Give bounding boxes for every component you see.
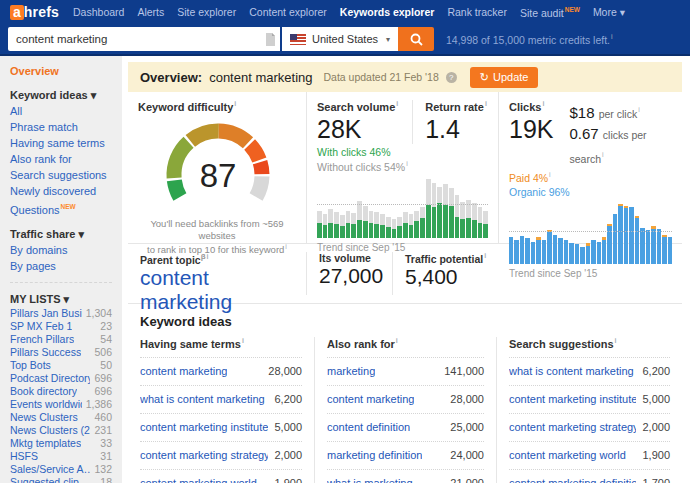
- sidebar-list-item[interactable]: Suggested clip18: [10, 476, 112, 483]
- sidebar-list-item[interactable]: News Clusters (2)231: [10, 424, 112, 437]
- sidebar-item-by-domains[interactable]: By domains: [10, 242, 112, 258]
- help-icon[interactable]: ?: [446, 72, 457, 83]
- search-button[interactable]: [398, 27, 434, 51]
- overview-title: Overview:: [140, 70, 202, 85]
- keyword-link[interactable]: content marketing: [327, 393, 414, 405]
- sidebar-list-item[interactable]: French Pillars54: [10, 333, 112, 346]
- nav-item-alerts[interactable]: Alerts: [137, 6, 164, 19]
- keyword-link[interactable]: content marketing world: [509, 449, 626, 461]
- keyword-volume: 6,200: [642, 365, 670, 377]
- keyword-search-input[interactable]: [8, 27, 280, 51]
- list-name: Pillars Jan Busi…: [10, 307, 82, 320]
- sidebar-section-header[interactable]: Keyword ideas ▾: [10, 87, 112, 103]
- ideas-column-header: Search suggestionsi: [509, 337, 670, 357]
- country-select[interactable]: United States ▾: [282, 27, 398, 51]
- chart-bar: [564, 240, 568, 264]
- keyword-link[interactable]: content marketing strategy: [509, 421, 636, 433]
- list-paste-icon[interactable]: [265, 32, 275, 50]
- update-button[interactable]: ↻ Update: [470, 67, 539, 88]
- chart-bar: [392, 219, 397, 238]
- chart-bar: [618, 204, 622, 264]
- keyword-link[interactable]: content marketing institute: [140, 421, 268, 433]
- info-icon: i: [396, 100, 398, 107]
- sidebar-list-item[interactable]: Mktg templates33: [10, 437, 112, 450]
- sidebar-item-phrase-match[interactable]: Phrase match: [10, 119, 112, 135]
- sidebar-item-questions[interactable]: QuestionsNEW: [10, 199, 112, 218]
- sidebar-list-item[interactable]: HSFS31: [10, 450, 112, 463]
- sidebar-item-search-suggestions[interactable]: Search suggestions: [10, 167, 112, 183]
- chart-bar-with-clicks: [357, 220, 362, 238]
- keyword-volume: 5,000: [274, 421, 302, 433]
- nav-item-keywords-explorer[interactable]: Keywords explorer: [340, 6, 435, 19]
- keyword-link[interactable]: what is marketing: [327, 477, 413, 483]
- sidebar-list-item[interactable]: News Clusters460: [10, 411, 112, 424]
- keyword-volume: 28,000: [450, 393, 484, 405]
- sidebar-list-item[interactable]: Sales/Service A…132: [10, 463, 112, 476]
- table-row: what is content marketing6,200: [140, 385, 302, 413]
- chart-bar: [466, 200, 471, 238]
- overview-band: Overview: content marketing Data updated…: [128, 62, 682, 92]
- nav-item-more-[interactable]: More ▾: [593, 6, 625, 19]
- nav-item-content-explorer[interactable]: Content explorer: [249, 6, 327, 19]
- nav-item-site-audit[interactable]: Site auditNEW: [520, 6, 580, 19]
- keyword-link[interactable]: content marketing definition: [509, 477, 636, 483]
- list-name: Book directory: [10, 385, 77, 398]
- keyword-link[interactable]: marketing: [327, 365, 375, 377]
- nav-item-dashboard[interactable]: Dashboard: [73, 6, 124, 19]
- sidebar-item-also-rank-for[interactable]: Also rank for: [10, 151, 112, 167]
- sidebar-list-item[interactable]: Podcast Directory696: [10, 372, 112, 385]
- chart-threshold-line: [509, 231, 672, 232]
- chart-bar: [509, 237, 513, 263]
- keyword-link[interactable]: marketing definition: [327, 449, 422, 461]
- info-icon: i: [485, 100, 487, 107]
- sidebar-item-overview[interactable]: Overview: [10, 64, 112, 79]
- sidebar-list-item[interactable]: Top Bots50: [10, 359, 112, 372]
- chevron-down-icon: ▾: [386, 35, 390, 44]
- sidebar-divider: [10, 282, 112, 283]
- keyword-link[interactable]: what is content marketing: [140, 393, 265, 405]
- sidebar-item-by-pages[interactable]: By pages: [10, 258, 112, 274]
- chart-bar-with-clicks: [426, 205, 431, 239]
- keyword-volume: 1,700: [642, 477, 670, 483]
- table-row: content marketing definition1,700: [509, 469, 670, 483]
- difficulty-gauge: 87: [138, 115, 298, 217]
- sidebar-list-item[interactable]: Pillars Success506: [10, 346, 112, 359]
- keyword-link[interactable]: content marketing strategy: [140, 449, 268, 461]
- sidebar-item-having-same-terms[interactable]: Having same terms: [10, 135, 112, 151]
- sidebar-list-item[interactable]: Book directory696: [10, 385, 112, 398]
- list-name: French Pillars: [10, 333, 74, 346]
- chart-bar-with-clicks: [363, 221, 368, 238]
- chart-bar: [328, 209, 333, 238]
- chart-bar-with-clicks: [340, 226, 345, 238]
- info-icon: i: [549, 171, 551, 178]
- keyword-volume: 6,200: [274, 393, 302, 405]
- sidebar-item-newly-discovered[interactable]: Newly discovered: [10, 183, 112, 199]
- ideas-column-header: Also rank fori: [327, 337, 484, 357]
- nav-item-rank-tracker[interactable]: Rank tracker: [447, 6, 507, 19]
- nav-item-site-explorer[interactable]: Site explorer: [177, 6, 236, 19]
- sidebar-item-all[interactable]: All: [10, 103, 112, 119]
- chart-bar: [575, 244, 579, 263]
- keyword-link[interactable]: what is content marketing: [509, 365, 634, 377]
- table-row: content marketing28,000: [327, 385, 484, 413]
- clicks-label: Clicksi: [509, 100, 553, 113]
- ahrefs-logo[interactable]: ahrefs: [10, 4, 59, 20]
- chart-bar: [591, 240, 595, 264]
- keyword-link[interactable]: content marketing world: [140, 477, 257, 483]
- parent-topic-link[interactable]: content marketing: [140, 266, 232, 313]
- difficulty-value: 87: [138, 157, 298, 195]
- sidebar-list-item[interactable]: Events worldwide1,386: [10, 398, 112, 411]
- sidebar-header-my-lists[interactable]: MY LISTS ▾: [10, 291, 112, 307]
- table-row: what is content marketing6,200: [509, 357, 670, 385]
- sidebar-section-header[interactable]: Traffic share ▾: [10, 226, 112, 242]
- keyword-link[interactable]: content marketing: [140, 365, 227, 377]
- list-name: Suggested clip: [10, 476, 79, 483]
- keyword-link[interactable]: content definition: [327, 421, 410, 433]
- sidebar-list-item[interactable]: SP MX Feb 123: [10, 320, 112, 333]
- chart-bar: [449, 188, 454, 238]
- sidebar-list-item[interactable]: Pillars Jan Busi…1,304: [10, 307, 112, 320]
- keyword-link[interactable]: content marketing institute: [509, 393, 636, 405]
- chart-bar: [553, 235, 557, 264]
- logo-a-mark: a: [10, 5, 24, 20]
- data-updated-label: Data updated 21 Feb '18: [324, 71, 439, 83]
